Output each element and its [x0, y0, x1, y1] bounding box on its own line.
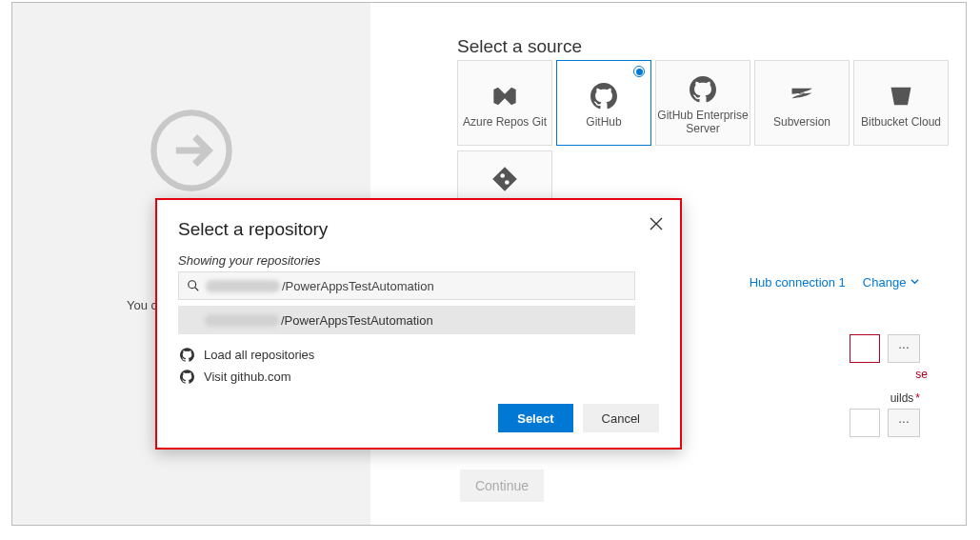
selected-radio-icon — [633, 66, 645, 77]
source-card-bitbucket[interactable]: Bitbucket Cloud — [853, 60, 949, 146]
source-card-subversion[interactable]: Subversion — [754, 60, 850, 146]
chevron-down-icon — [910, 276, 920, 287]
main-panel: Select Tell You can customize how Select… — [11, 2, 967, 526]
change-connection-link[interactable]: Change — [863, 275, 920, 290]
git-icon — [491, 166, 518, 192]
builds-label: uilds* — [890, 391, 920, 405]
search-value: /PowerAppsTestAutomation — [282, 279, 434, 293]
card-label: Azure Repos Git — [463, 115, 547, 129]
close-icon[interactable] — [650, 217, 663, 230]
connection-link[interactable]: Hub connection 1 — [750, 275, 846, 290]
repo-extra-links: Load all repositories Visit github.com — [178, 344, 659, 388]
search-icon — [187, 279, 200, 292]
github-icon — [180, 348, 194, 362]
dialog-footer: Select Cancel — [498, 404, 659, 432]
continue-button[interactable]: Continue — [460, 470, 544, 502]
arrow-right-circle-icon — [149, 108, 234, 193]
github-icon — [690, 76, 716, 103]
builds-input-partial[interactable] — [850, 409, 880, 437]
validation-error-text: se — [915, 368, 928, 381]
github-icon — [180, 370, 194, 384]
subversion-icon — [789, 83, 815, 110]
select-repository-dialog: Select a repository Showing your reposit… — [155, 198, 682, 450]
repository-list-item[interactable]: /PowerAppsTestAutomation — [178, 306, 635, 334]
load-all-repositories-link[interactable]: Load all repositories — [178, 344, 659, 366]
cancel-button[interactable]: Cancel — [583, 404, 659, 432]
source-card-github[interactable]: GitHub — [556, 60, 651, 146]
card-label: Bitbucket Cloud — [861, 115, 941, 129]
card-label: GitHub — [586, 115, 621, 129]
source-cards-row: Azure Repos Git GitHub GitHub Enterprise… — [457, 60, 949, 146]
showing-repositories-label: Showing your repositories — [178, 253, 659, 268]
dialog-title: Select a repository — [178, 219, 659, 240]
bitbucket-icon — [888, 83, 914, 110]
source-card-github-enterprise[interactable]: GitHub Enterprise Server — [655, 60, 750, 146]
visual-studio-icon — [491, 83, 518, 110]
repository-search-input[interactable]: /PowerAppsTestAutomation — [178, 271, 635, 300]
svg-point-1 — [189, 281, 196, 289]
select-source-heading: Select a source — [457, 36, 582, 57]
select-button[interactable]: Select — [498, 404, 572, 432]
blurred-owner-text — [205, 314, 279, 327]
card-label: GitHub Enterprise Server — [656, 109, 750, 135]
browse-button-2[interactable]: ··· — [888, 409, 920, 437]
connection-row: Hub connection 1 Change — [750, 275, 920, 290]
blurred-owner-text — [206, 280, 280, 292]
svg-line-2 — [195, 288, 199, 291]
repo-path-input-partial[interactable] — [850, 334, 880, 363]
browse-button-1[interactable]: ··· — [888, 334, 920, 363]
card-label: Subversion — [773, 115, 830, 129]
github-icon — [590, 83, 617, 110]
repo-name: /PowerAppsTestAutomation — [281, 313, 433, 328]
source-card-azure-repos[interactable]: Azure Repos Git — [457, 60, 552, 146]
visit-github-link[interactable]: Visit github.com — [178, 366, 659, 388]
